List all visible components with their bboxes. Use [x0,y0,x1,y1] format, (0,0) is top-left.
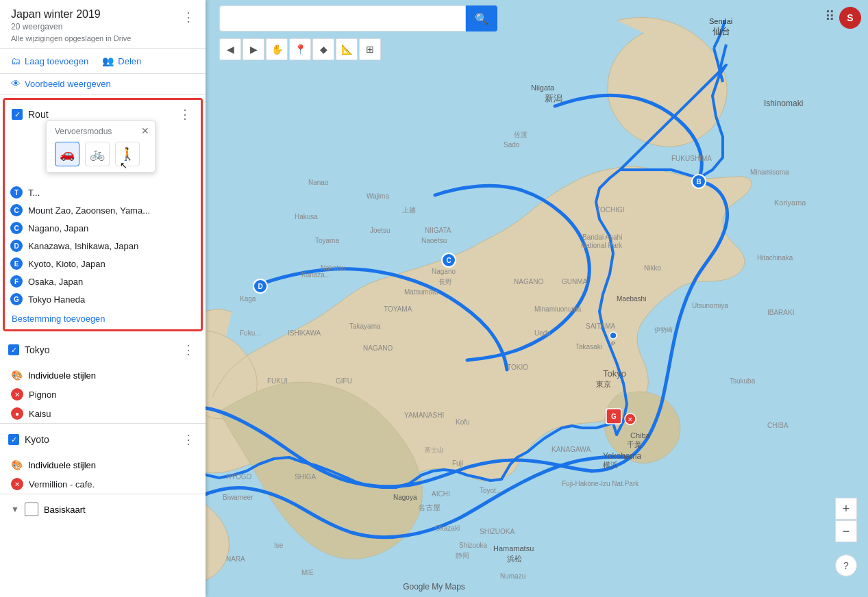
transport-label: Vervoersmodus [55,127,147,136]
svg-text:Nanao: Nanao [308,179,329,186]
add-destination-button[interactable]: Bestemming toevoegen [5,308,201,329]
back-button[interactable]: ◀ [219,38,241,60]
kyoto-title: Kyoto [25,434,49,445]
bicycle-mode-button[interactable]: 🚲 [85,142,110,166]
svg-text:Sendai: Sendai [709,17,732,25]
share-icon: 👥 [102,55,114,66]
map-views: 20 weergaven [11,22,132,31]
svg-text:Minamiuonuma: Minamiuonuma [534,305,582,313]
svg-text:Ise: Ise [274,542,284,549]
forward-button[interactable]: ▶ [243,38,264,60]
svg-point-101 [610,332,617,339]
sidebar: Japan winter 2019 20 weergaven Alle wijz… [0,0,206,597]
svg-text:伊勢崎: 伊勢崎 [654,327,673,333]
route-button[interactable]: 📐 [336,38,358,60]
grid-button[interactable]: ⊞ [359,38,381,60]
kyoto-individual-styles[interactable]: 🎨 Individuele stijlen [0,455,206,474]
stop-marker-d: D [10,240,23,252]
basemap-icon [25,503,38,516]
sidebar-header: Japan winter 2019 20 weergaven Alle wijz… [0,0,206,49]
svg-text:Sado: Sado [504,141,520,149]
search-button[interactable]: 🔍 [466,5,497,31]
svg-text:NARA: NARA [226,555,245,563]
svg-text:Nikko: Nikko [644,264,661,272]
svg-text:CHIBA: CHIBA [767,422,789,429]
svg-text:Toyama: Toyama [315,237,339,244]
zoom-out-button[interactable]: − [835,520,857,542]
svg-text:Tsukuba: Tsukuba [730,377,756,385]
svg-text:Nagoya: Nagoya [393,494,417,501]
map-title: Japan winter 2019 [11,8,132,21]
route-stop-c: C Mount Zao, Zaoonsen, Yama... [5,201,201,219]
stop-marker-g: G [10,293,23,305]
svg-text:仙台: 仙台 [712,26,730,36]
tokyo-individual-styles[interactable]: 🎨 Individuele stijlen [0,366,206,385]
preview-button[interactable]: 👁 Voorbeeld weergeven [11,78,111,89]
route-menu-icon[interactable]: ⋮ [176,105,194,123]
vermillion-icon: ✕ [11,478,23,490]
marker-button[interactable]: 📍 [289,38,311,60]
svg-text:HYOGO: HYOGO [226,473,251,481]
tokyo-title-row: Tokyo [8,344,50,355]
kyoto-section: Kyoto ⋮ 🎨 Individuele stijlen ✕ Vermilli… [0,424,206,494]
svg-text:Koriyama: Koriyama [774,199,806,207]
svg-text:浜松: 浜松 [507,555,522,563]
svg-text:Chiba: Chiba [630,431,651,440]
svg-text:Fuji: Fuji [452,459,463,467]
share-button[interactable]: 👥 Delen [102,55,141,66]
svg-text:Joetsu: Joetsu [370,227,390,234]
car-mode-button[interactable]: 🚗 [55,142,79,166]
apps-grid-icon[interactable]: ⠿ [825,8,835,25]
shape-button[interactable]: ◆ [312,38,334,60]
header-menu-icon[interactable]: ⋮ [179,8,197,26]
svg-text:SHIZUOKA: SHIZUOKA [480,528,514,535]
svg-text:新潟: 新潟 [545,93,562,103]
svg-text:Nagano: Nagano [432,268,456,275]
svg-text:SHIGA: SHIGA [295,473,316,481]
svg-text:Hakusa: Hakusa [295,213,318,220]
svg-text:IBARAKI: IBARAKI [767,309,794,316]
pan-button[interactable]: ✋ [266,38,288,60]
transport-close-button[interactable]: ✕ [141,125,149,136]
svg-text:G: G [611,413,617,420]
route-stop-d: D Kanazawa, Ishikawa, Japan [5,237,201,255]
layers-icon: 🗂 [11,55,21,66]
svg-text:P: P [611,340,615,347]
svg-text:名古屋: 名古屋 [418,503,441,511]
user-avatar[interactable]: S [839,7,861,29]
zoom-in-button[interactable]: + [835,498,857,520]
route-stop-g: G Tokyo Haneda [5,290,201,308]
svg-text:FUKUSHIMA: FUKUSHIMA [671,155,712,162]
kyoto-menu-icon[interactable]: ⋮ [179,431,197,448]
walk-mode-button[interactable]: 🚶 [115,142,140,166]
basemap-label: Basiskaart [44,505,86,515]
svg-text:Ishinomaki: Ishinomaki [764,99,803,108]
tokyo-menu-icon[interactable]: ⋮ [179,341,197,359]
stop-marker-e: E [10,257,23,270]
route-stop-f: F Osaka, Japan [5,272,201,290]
tokyo-checkbox[interactable] [8,344,19,355]
pignon-icon: ✕ [11,388,23,401]
tokyo-section-header: Tokyo ⋮ [0,334,206,366]
help-button[interactable]: ? [835,555,857,576]
svg-text:千葉: 千葉 [627,440,642,448]
svg-text:National Park: National Park [581,242,623,249]
kyoto-title-row: Kyoto [8,434,49,445]
svg-text:KANAGAWA: KANAGAWA [551,446,591,453]
kaisu-item: ● Kaisu [0,404,206,423]
eye-icon: 👁 [11,78,21,89]
add-layer-button[interactable]: 🗂 Laag toevoegen [11,55,88,66]
zoom-controls: + − [835,498,857,542]
search-input[interactable] [219,5,466,31]
route-checkbox[interactable] [12,109,23,120]
svg-text:Fuku...: Fuku... [240,329,261,337]
route-stop-e: E Kyoto, Kioto, Japan [5,255,201,272]
svg-text:Minamisoma: Minamisoma [750,168,789,176]
kyoto-checkbox[interactable] [8,434,19,445]
svg-text:Takasaki: Takasaki [575,343,602,351]
svg-text:D: D [258,283,262,290]
svg-text:GUNMA: GUNMA [562,278,588,285]
save-status: Alle wijzigingen opgeslagen in Drive [11,34,132,42]
svg-text:東京: 東京 [596,380,611,388]
vermillion-item: ✕ Vermillion - cafe. [0,474,206,494]
